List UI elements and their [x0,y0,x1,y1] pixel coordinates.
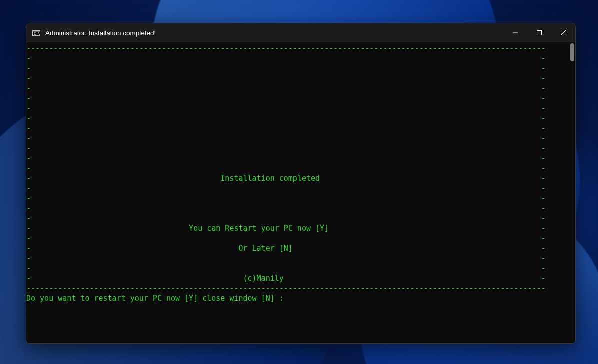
close-button[interactable] [552,24,576,42]
scrollbar-thumb[interactable] [570,44,574,62]
scrollbar-track[interactable] [568,44,574,342]
svg-text:C:\: C:\ [34,32,40,36]
svg-rect-4 [538,31,542,36]
terminal-window: C:\ Administrator: Installation complete… [26,23,576,344]
window-title: Administrator: Installation completed! [46,30,156,37]
terminal-client-area[interactable]: ----------------------------------------… [26,42,576,344]
console-output: ----------------------------------------… [26,42,576,304]
cmd-icon: C:\ [32,29,40,37]
maximize-button[interactable] [528,24,552,42]
titlebar[interactable]: C:\ Administrator: Installation complete… [26,24,576,42]
minimize-button[interactable] [504,24,528,42]
